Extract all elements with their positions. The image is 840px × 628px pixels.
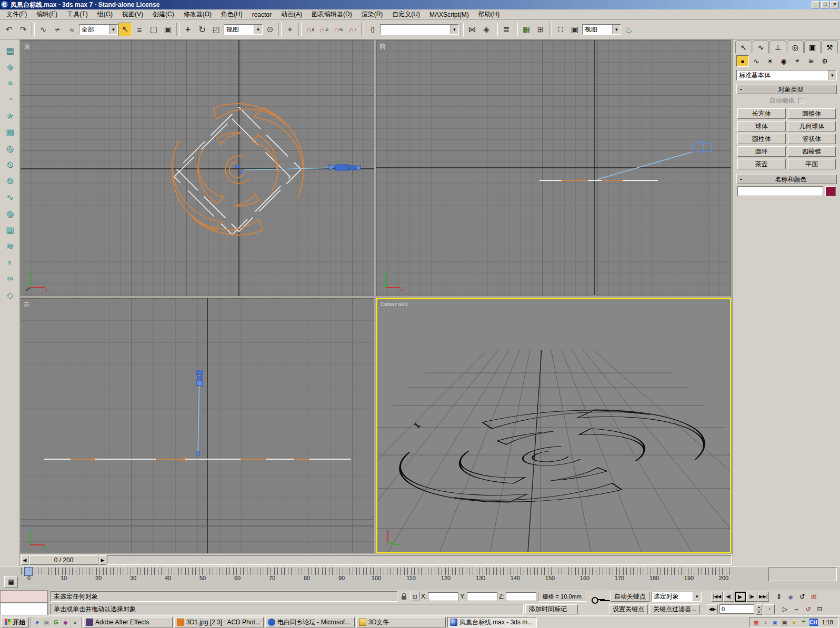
viewport-front[interactable]: 前: [376, 40, 731, 296]
tab-panel-icon[interactable]: ≋: [3, 239, 17, 252]
open-mini-curve-editor-icon[interactable]: ▦: [4, 576, 18, 588]
menu-item[interactable]: 角色(H): [217, 9, 247, 20]
tab-panel-icon[interactable]: ◐: [3, 256, 17, 268]
menu-item[interactable]: 图表编辑器(D): [307, 9, 356, 20]
tab-panel-icon[interactable]: ◈: [3, 60, 17, 73]
autogrid-checkbox[interactable]: [798, 98, 804, 104]
primitive-button[interactable]: 球体: [737, 121, 786, 131]
messenger-tray-icon[interactable]: ●: [791, 619, 798, 626]
auto-key-button[interactable]: 自动关键点: [611, 592, 649, 602]
tab-panel-icon[interactable]: ▣: [3, 223, 17, 236]
category-lights-icon[interactable]: ☀: [764, 55, 776, 67]
listener-macro-pane[interactable]: [0, 590, 47, 603]
spinner-snap-icon[interactable]: ∩↕: [346, 23, 359, 36]
zoom-extents-icon[interactable]: ◈: [785, 592, 796, 602]
rectangular-selection-region-icon[interactable]: ▢: [147, 23, 161, 36]
arc-rotate-icon[interactable]: ↺: [797, 592, 808, 602]
primitive-button[interactable]: 长方体: [737, 108, 786, 119]
tab-panel-icon[interactable]: ◎: [3, 141, 17, 154]
use-pivot-point-center-icon[interactable]: ⊙: [263, 23, 277, 36]
tab-panel-icon[interactable]: ▦: [3, 125, 17, 138]
primitive-button[interactable]: 圆锥体: [788, 108, 836, 119]
z-coordinate-input[interactable]: [506, 592, 536, 601]
edit-named-selection-sets-icon[interactable]: {}: [366, 23, 379, 36]
y-coordinate-input[interactable]: [467, 592, 497, 601]
tab-panel-icon[interactable]: ⚙: [3, 174, 17, 187]
listener-script-pane[interactable]: [0, 603, 47, 615]
zoom-icon[interactable]: ⇕: [774, 592, 785, 602]
maxscript-mini-listener[interactable]: [0, 590, 48, 615]
curve-editor-icon[interactable]: ▦: [519, 23, 533, 36]
tab-panel-icon[interactable]: ★: [3, 109, 17, 121]
taskbar-task-button[interactable]: 凤凰台标线.max - 3ds m...: [447, 617, 537, 627]
primitive-button[interactable]: 圆柱体: [737, 134, 786, 144]
bind-to-space-warp-icon[interactable]: ≈: [65, 23, 78, 36]
go-to-start-icon[interactable]: |◀◀: [712, 592, 723, 602]
category-systems-icon[interactable]: ⚙: [818, 55, 831, 67]
tab-panel-icon[interactable]: ∞: [3, 272, 17, 285]
frame-spinner[interactable]: ▲▼: [756, 604, 762, 614]
unlink-selection-icon[interactable]: ≁: [51, 23, 64, 36]
menu-item[interactable]: 自定义(U): [388, 9, 424, 20]
go-to-end-icon[interactable]: ▶▶|: [758, 592, 769, 602]
select-and-move-icon[interactable]: +: [181, 23, 195, 36]
time-slider-left-arrow[interactable]: ◀: [21, 555, 28, 565]
primitive-button[interactable]: 圆环: [737, 146, 786, 157]
object-type-rollout-header[interactable]: - 对象类型: [736, 85, 837, 94]
tab-panel-icon[interactable]: ⊙: [3, 158, 17, 170]
start-button[interactable]: 开始: [1, 617, 29, 627]
angle-snap-icon[interactable]: ∩∠: [317, 23, 331, 36]
play-icon[interactable]: ▶: [735, 592, 746, 602]
min-max-toggle-icon[interactable]: ⊞: [808, 592, 819, 602]
taskbar-task-button[interactable]: 3D1.jpg [2:3] : ACD Phot...: [174, 617, 264, 627]
time-slider-track[interactable]: [107, 555, 732, 565]
quick-render-icon[interactable]: ♨: [622, 23, 635, 36]
category-cameras-icon[interactable]: ◉: [777, 55, 790, 67]
x-coordinate-input[interactable]: [428, 592, 458, 601]
field-of-view-icon[interactable]: ▷: [779, 604, 791, 614]
time-slider-thumb[interactable]: 0 / 200: [29, 555, 98, 565]
select-by-name-icon[interactable]: ≡: [133, 23, 146, 36]
named-selection-dropdown[interactable]: ▼: [380, 24, 459, 35]
next-frame-icon[interactable]: |▶: [746, 592, 757, 602]
menu-item[interactable]: 修改器(O): [179, 9, 216, 20]
tab-panel-icon[interactable]: ◉: [3, 207, 17, 219]
chevron-down-icon[interactable]: ▼: [109, 25, 117, 34]
add-time-tag-button[interactable]: 添加时间标记: [525, 604, 578, 614]
viewport-left[interactable]: 左: [21, 298, 374, 553]
schematic-view-icon[interactable]: ⊞: [534, 23, 547, 36]
category-shapes-icon[interactable]: ∿: [750, 55, 763, 67]
tab-panel-icon[interactable]: ◇: [3, 288, 17, 301]
tab-panel-icon[interactable]: ●: [3, 76, 17, 89]
app-quicklaunch-icon[interactable]: ◆: [62, 619, 69, 626]
select-object-icon[interactable]: ↖: [118, 23, 132, 36]
ie-quicklaunch-icon[interactable]: e: [33, 619, 41, 626]
chevron-down-icon[interactable]: ▼: [612, 25, 621, 34]
current-frame-input[interactable]: [719, 604, 754, 614]
render-scene-icon[interactable]: ▣: [568, 23, 582, 36]
chevron-down-icon[interactable]: ▼: [828, 70, 836, 80]
align-icon[interactable]: ◈: [479, 23, 493, 36]
select-and-manipulate-icon[interactable]: ⌖: [283, 23, 297, 36]
display-tray-icon[interactable]: ▦: [753, 619, 760, 626]
taskbar-task-button[interactable]: 3D文件: [356, 617, 446, 627]
tab-display-icon[interactable]: ▣: [804, 40, 821, 53]
tab-panel-icon[interactable]: ▤: [3, 44, 17, 56]
show-desktop-icon[interactable]: ▣: [43, 619, 51, 626]
network-tray-icon[interactable]: ◉: [772, 619, 779, 626]
taskbar-task-button[interactable]: 电白同乡论坛 - Microsof...: [265, 617, 355, 627]
menu-item[interactable]: 编辑(E): [32, 9, 62, 20]
tab-create-icon[interactable]: ↖: [735, 40, 752, 53]
chevron-down-icon[interactable]: ▼: [693, 592, 701, 601]
primitive-button[interactable]: 管状体: [788, 134, 836, 144]
object-name-input[interactable]: [737, 186, 823, 196]
material-editor-icon[interactable]: ∷: [554, 23, 567, 36]
tab-utilities-icon[interactable]: ⚒: [821, 40, 838, 53]
chevron-down-icon[interactable]: ▼: [450, 25, 458, 34]
primitive-button[interactable]: 平面: [788, 159, 836, 169]
key-filters-button[interactable]: 关键点过滤器...: [649, 604, 700, 614]
select-and-link-icon[interactable]: ∿: [36, 23, 50, 36]
primitive-category-dropdown[interactable]: 标准基本体 ▼: [736, 70, 837, 80]
object-color-swatch[interactable]: [825, 186, 836, 196]
volume-tray-icon[interactable]: ♪: [762, 619, 769, 626]
